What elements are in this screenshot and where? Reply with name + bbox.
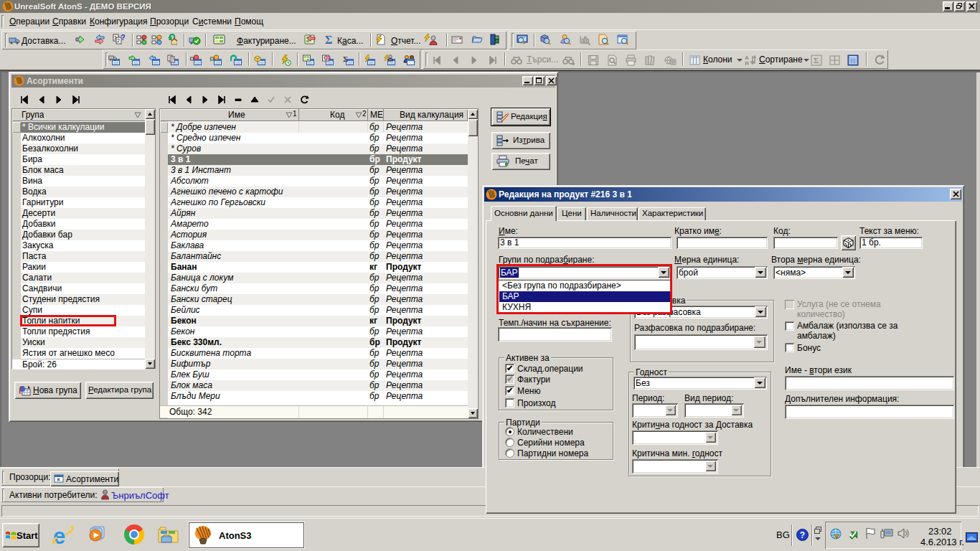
svg-text:2: 2 xyxy=(117,38,120,43)
svg-text:Σ: Σ xyxy=(814,56,819,65)
svg-text:Σ: Σ xyxy=(343,55,348,63)
svg-text:?: ? xyxy=(121,34,125,42)
svg-text:?: ? xyxy=(800,530,805,540)
svg-text:Σ: Σ xyxy=(325,34,332,45)
svg-text:Я: Я xyxy=(745,60,749,66)
